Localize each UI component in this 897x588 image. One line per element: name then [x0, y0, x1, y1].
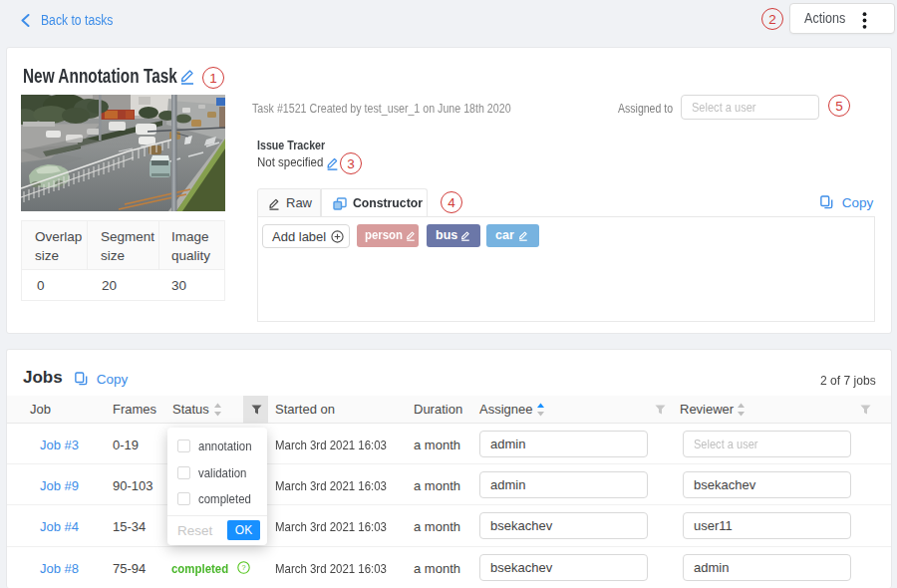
svg-text:?: ? [241, 563, 245, 572]
